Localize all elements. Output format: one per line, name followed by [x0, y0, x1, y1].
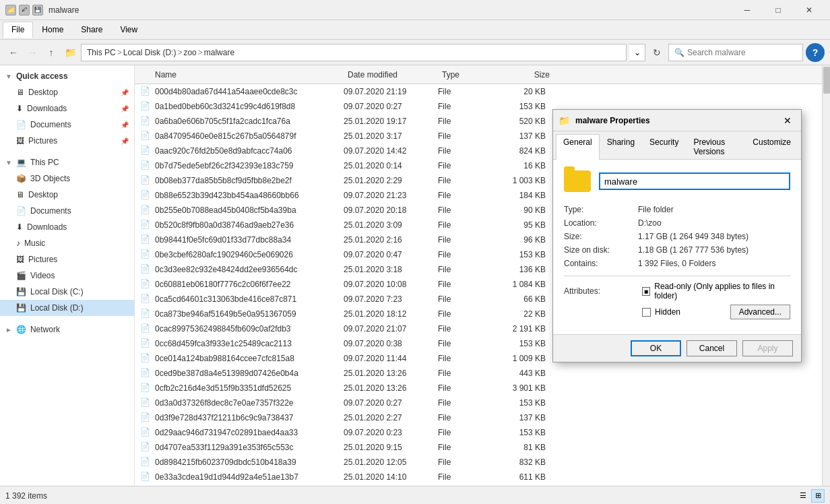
col-header-type[interactable]: Type: [442, 70, 496, 80]
refresh-button[interactable]: ↻: [648, 44, 666, 61]
desktop2-icon: 🖥: [16, 190, 24, 199]
apply-button[interactable]: Apply: [742, 340, 793, 356]
table-row[interactable]: 📄 000d4b80ada67d441a54aaee0cde8c3c 09.07…: [135, 84, 822, 99]
thispc-section: ▼ 💻 This PC 📦 3D Objects 🖥 Desktop 📄 Doc…: [0, 152, 134, 319]
search-box[interactable]: 🔍: [668, 44, 803, 61]
details-view-button[interactable]: ☰: [796, 489, 810, 503]
dialog-tabs: General Sharing Security Previous Versio…: [553, 131, 801, 160]
file-date: 09.07.2020 20:18: [344, 206, 438, 215]
file-type: File: [438, 161, 492, 170]
file-date: 25.01.2020 0:14: [344, 161, 438, 170]
sidebar-quick-access[interactable]: ▼ Quick access: [0, 68, 134, 84]
file-icon: 📄: [140, 294, 151, 305]
sidebar-network[interactable]: ► 🌐 Network: [0, 321, 134, 338]
documents2-label: Documents: [30, 206, 71, 216]
scrollbar[interactable]: [822, 65, 830, 486]
col-header-name[interactable]: Name: [155, 70, 348, 80]
table-row[interactable]: 📄 0d4707ea533f1129a391e353f65c553c 25.01…: [135, 440, 822, 455]
breadcrumb-zoo[interactable]: zoo: [183, 48, 196, 57]
address-path[interactable]: This PC > Local Disk (D:) > zoo > malwar…: [81, 44, 627, 61]
file-type: File: [438, 117, 492, 126]
list-view-button[interactable]: ⊞: [811, 489, 825, 503]
back-button[interactable]: ←: [5, 44, 22, 61]
file-type: File: [438, 413, 492, 422]
folder-name-input[interactable]: [599, 172, 790, 190]
dialog-tab-security[interactable]: Security: [642, 134, 686, 159]
type-value: File folder: [638, 205, 674, 214]
sidebar-item-locald[interactable]: 💾 Local Disk (D:): [0, 300, 134, 316]
file-name: 0b08eb377da85b5b8cf9d5fbb8e2be2f: [155, 176, 344, 185]
sidebar-item-localc[interactable]: 💾 Local Disk (C:): [0, 284, 134, 300]
file-size: 184 KB: [492, 191, 546, 200]
advanced-button[interactable]: Advanced...: [730, 305, 790, 319]
breadcrumb-thispc[interactable]: This PC: [87, 48, 116, 57]
title-bar-icons: 📁 🖊 💾: [5, 5, 43, 15]
search-icon: 🔍: [674, 48, 684, 57]
file-date: 25.01.2020 3:18: [344, 265, 438, 274]
minimize-button[interactable]: ─: [732, 0, 763, 20]
sidebar-item-desktop[interactable]: 🖥 Desktop: [0, 187, 134, 203]
file-icon: 📄: [140, 160, 151, 171]
file-name: 0cac89975362498845fb609c0af2fdb3: [155, 324, 344, 334]
sidebar-item-documents-quick[interactable]: 📄 Documents 📌: [0, 117, 134, 133]
sidebar-item-pictures-quick[interactable]: 🖼 Pictures 📌: [0, 133, 134, 149]
table-row[interactable]: 📄 0ed2e11e648e3d9e2051b14e5b1e0264 09.07…: [135, 484, 822, 486]
sidebar-thispc[interactable]: ▼ 💻 This PC: [0, 154, 134, 170]
localc-label: Local Disk (C:): [30, 287, 84, 296]
tab-share[interactable]: Share: [72, 22, 111, 38]
forward-button[interactable]: →: [24, 44, 40, 61]
sidebar-item-desktop-quick[interactable]: 🖥 Desktop 📌: [0, 84, 134, 100]
up-button[interactable]: ↑: [43, 44, 59, 61]
readonly-checkbox[interactable]: ■: [642, 287, 650, 296]
table-row[interactable]: 📄 0d8984215fb6023709dbdc510b418a39 25.01…: [135, 455, 822, 470]
maximize-button[interactable]: □: [763, 0, 794, 20]
file-size: 611 KB: [492, 472, 546, 482]
tab-home[interactable]: Home: [33, 22, 72, 38]
close-button[interactable]: ✕: [794, 0, 825, 20]
breadcrumb-localdisk[interactable]: Local Disk (D:): [123, 48, 177, 57]
hidden-checkbox[interactable]: [642, 308, 651, 317]
table-row[interactable]: 📄 0e33a3cdea19d1d944d92a4e51ae13b7 25.01…: [135, 470, 822, 484]
col-header-size[interactable]: Size: [496, 70, 550, 80]
tab-file[interactable]: File: [3, 22, 33, 38]
dialog-tab-general[interactable]: General: [556, 134, 600, 160]
sidebar-item-pictures[interactable]: 🖼 Pictures: [0, 251, 134, 267]
help-button[interactable]: ?: [806, 43, 825, 62]
sidebar-item-music[interactable]: ♪ Music: [0, 235, 134, 251]
file-type: File: [438, 131, 492, 141]
search-input[interactable]: [687, 48, 797, 57]
file-date: 09.07.2020 11:44: [344, 354, 438, 363]
table-row[interactable]: 📄 0d3f9e728d437f21211b6c9c9a738437 25.01…: [135, 410, 822, 425]
ok-button[interactable]: OK: [631, 340, 681, 356]
ribbon-tabs: File Home Share View: [0, 20, 830, 39]
file-name: 0c60881eb06180f7776c2c06f6f7ee22: [155, 280, 344, 289]
file-type: File: [438, 250, 492, 259]
dialog-tab-previous-versions[interactable]: Previous Versions: [686, 134, 745, 159]
music-label: Music: [24, 239, 45, 248]
quick-access-label: Quick access: [16, 71, 68, 81]
sidebar-desktop-label: Desktop: [28, 88, 58, 97]
breadcrumb-malware[interactable]: malware: [204, 48, 234, 57]
dialog-tab-sharing[interactable]: Sharing: [600, 134, 642, 159]
dialog-close-button[interactable]: ✕: [779, 113, 796, 129]
table-row[interactable]: 📄 0cfb2c216d4e3d515f9b3351dfd52625 25.01…: [135, 381, 822, 396]
file-size: 66 KB: [492, 294, 546, 304]
tab-view[interactable]: View: [111, 22, 146, 38]
window-controls: ─ □ ✕: [732, 0, 825, 20]
table-row[interactable]: 📄 0d3a0d37326f8dec8c7e0ae7357f322e 09.07…: [135, 396, 822, 410]
col-header-date[interactable]: Date modified: [348, 70, 442, 80]
sidebar-item-3dobjects[interactable]: 📦 3D Objects: [0, 170, 134, 187]
file-name: 0cc68d459fca3f933e1c25489cac2113: [155, 339, 344, 348]
sidebar-item-downloads-quick[interactable]: ⬇ Downloads 📌: [0, 100, 134, 117]
cancel-button[interactable]: Cancel: [687, 340, 737, 356]
address-dropdown[interactable]: ⌄: [629, 44, 645, 61]
dialog-tab-customize[interactable]: Customize: [745, 134, 798, 159]
table-row[interactable]: 📄 0ced9be387d8a4e513989d07426e0b4a 25.01…: [135, 366, 822, 381]
pictures2-label: Pictures: [28, 255, 57, 264]
sidebar-item-videos[interactable]: 🎬 Videos: [0, 267, 134, 284]
sidebar-item-downloads[interactable]: ⬇ Downloads: [0, 219, 134, 235]
sidebar-item-documents[interactable]: 📄 Documents: [0, 203, 134, 219]
table-row[interactable]: 📄 0d29aac946d731947c02891baed4aa33 09.07…: [135, 425, 822, 440]
file-size: 137 KB: [492, 413, 546, 422]
file-name: 0e33a3cdea19d1d944d92a4e51ae13b7: [155, 472, 344, 482]
